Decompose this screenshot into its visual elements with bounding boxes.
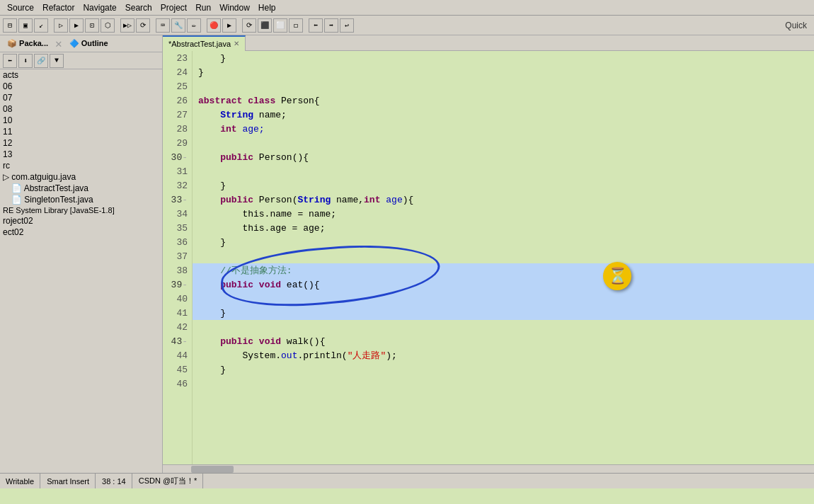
sidebar-link-btn[interactable]: 🔗	[34, 54, 48, 68]
status-info: CSDN @叮当！*	[133, 474, 204, 488]
menu-run[interactable]: Run	[191, 3, 215, 13]
sidebar-item-com-atguigu[interactable]: ▷ com.atguigu.java	[0, 171, 162, 183]
code-line-25	[193, 79, 814, 93]
ln-41: 41	[163, 306, 192, 320]
toolbar-btn-8[interactable]: ▶▷	[120, 18, 134, 33]
sidebar-item-12[interactable]: 12	[0, 137, 162, 149]
ln-23: 23	[163, 51, 192, 65]
ln-46: 46	[163, 377, 192, 391]
code-line-43: public void walk(){	[193, 334, 814, 348]
toolbar-btn-7[interactable]: ⬡	[101, 18, 115, 33]
sidebar-item-10[interactable]: 10	[0, 115, 162, 126]
sidebar-item-project02[interactable]: roject02	[0, 215, 162, 227]
horizontal-scrollbar[interactable]	[163, 464, 814, 473]
toolbar-btn-17[interactable]: ⬅	[309, 18, 323, 33]
code-line-27: String name;	[193, 108, 814, 122]
sidebar-content: acts 06 07 08 10 11 12 13 rc ▷ com.atgui…	[0, 69, 162, 473]
editor-tab-bar: *AbstractTest.java ✕	[163, 35, 814, 51]
sidebar-item-11[interactable]: 11	[0, 126, 162, 137]
code-line-29	[193, 136, 814, 150]
quick-access-label: Quick	[781, 21, 811, 30]
sidebar-item-06[interactable]: 06	[0, 81, 162, 92]
sidebar-collapse-btn[interactable]: ⬅	[3, 54, 17, 68]
editor-tab-abstracttest[interactable]: *AbstractTest.java ✕	[163, 35, 246, 51]
toolbar-btn-run[interactable]: ▶	[222, 18, 236, 33]
editor-panel: *AbstractTest.java ✕ 23 24 25 26 27 28 2…	[163, 35, 814, 473]
ln-32: 32	[163, 178, 192, 193]
ln-35: 35	[163, 221, 192, 235]
code-line-42	[193, 320, 814, 334]
code-line-30: public Person(){	[193, 150, 814, 164]
status-bar: Writable Smart Insert 38 : 14 CSDN @叮当！*	[0, 473, 814, 488]
toolbar-btn-13[interactable]: ⟳	[242, 18, 256, 33]
toolbar-btn-4[interactable]: ▷	[54, 18, 68, 33]
toolbar-btn-10[interactable]: ⌨	[156, 18, 170, 33]
sidebar-item-abstracttest[interactable]: 📄 AbstractTest.java	[0, 183, 162, 194]
sidebar-item-ect02[interactable]: ect02	[0, 227, 162, 238]
toolbar-btn-12[interactable]: ✏	[187, 18, 201, 33]
code-line-46	[193, 377, 814, 391]
menu-help[interactable]: Help	[254, 3, 280, 13]
code-container: 23 24 25 26 27 28 29 30- 31 32 33- 34 35…	[163, 51, 814, 473]
toolbar-btn-3[interactable]: ↙	[34, 18, 48, 33]
sidebar-tab-bar: 📦 Packa... ✕ 🔷 Outline	[0, 35, 162, 52]
code-lines[interactable]: } } abstract class Person{ String name; …	[193, 51, 814, 473]
toolbar-btn-19[interactable]: ↩	[340, 18, 354, 33]
sidebar-item-singletontest[interactable]: 📄 SingletonTest.java	[0, 194, 162, 205]
sidebar-menu-btn[interactable]: ▼	[50, 54, 64, 68]
ln-24: 24	[163, 65, 192, 79]
sidebar-tab-outline[interactable]: 🔷 Outline	[65, 38, 113, 50]
code-line-23: }	[193, 51, 814, 65]
menu-window[interactable]: Window	[215, 3, 254, 13]
ln-44: 44	[163, 348, 192, 362]
sidebar-item-07[interactable]: 07	[0, 92, 162, 103]
main-layout: 📦 Packa... ✕ 🔷 Outline ⬅ ⬇ 🔗 ▼ acts 06 0…	[0, 35, 814, 473]
toolbar-btn-11[interactable]: 🔧	[171, 18, 185, 33]
sidebar-tab-packages[interactable]: 📦 Packa...	[3, 38, 52, 50]
toolbar-btn-5[interactable]: ▶	[69, 18, 84, 33]
sidebar-item-rc[interactable]: rc	[0, 160, 162, 171]
editor-area[interactable]: 23 24 25 26 27 28 29 30- 31 32 33- 34 35…	[163, 51, 814, 473]
sidebar-item-acts[interactable]: acts	[0, 69, 162, 81]
ln-27: 27	[163, 108, 192, 122]
hourglass-icon[interactable]: ⏳	[603, 262, 631, 290]
sidebar: 📦 Packa... ✕ 🔷 Outline ⬅ ⬇ 🔗 ▼ acts 06 0…	[0, 35, 163, 473]
sidebar-toolbar: ⬅ ⬇ 🔗 ▼	[0, 52, 162, 69]
ln-36: 36	[163, 235, 192, 249]
code-line-38: //不是抽象方法:	[193, 263, 814, 277]
sidebar-item-jre[interactable]: RE System Library [JavaSE-1.8]	[0, 205, 162, 215]
status-writable: Writable	[0, 474, 40, 488]
toolbar-btn-6[interactable]: ⊡	[85, 18, 99, 33]
menu-refactor[interactable]: Refactor	[38, 3, 79, 13]
sidebar-item-08[interactable]: 08	[0, 103, 162, 115]
toolbar-btn-2[interactable]: ▣	[18, 18, 33, 33]
menu-project[interactable]: Project	[156, 3, 191, 13]
ln-33: 33-	[163, 193, 192, 207]
toolbar-btn-15[interactable]: ⬜	[273, 18, 287, 33]
ln-26: 26	[163, 93, 192, 108]
sidebar-item-13[interactable]: 13	[0, 149, 162, 160]
toolbar-btn-9[interactable]: ⟳	[136, 18, 150, 33]
menu-navigate[interactable]: Navigate	[79, 3, 120, 13]
menu-search[interactable]: Search	[121, 3, 156, 13]
code-line-45: }	[193, 362, 814, 377]
editor-tab-close[interactable]: ✕	[234, 40, 239, 47]
toolbar-btn-16[interactable]: ◻	[289, 18, 303, 33]
sidebar-expand-btn[interactable]: ⬇	[18, 54, 33, 68]
toolbar: ⊟ ▣ ↙ ▷ ▶ ⊡ ⬡ ▶▷ ⟳ ⌨ 🔧 ✏ 🔴 ▶ ⟳ ⬛ ⬜ ◻ ⬅ ➡…	[0, 16, 814, 35]
toolbar-btn-debug[interactable]: 🔴	[207, 18, 221, 33]
ln-37: 37	[163, 249, 192, 263]
ln-38: 38	[163, 263, 192, 277]
code-line-36: }	[193, 235, 814, 249]
code-line-41: }	[193, 306, 814, 320]
menu-source[interactable]: Source	[3, 3, 38, 13]
toolbar-btn-1[interactable]: ⊟	[3, 18, 17, 33]
ln-31: 31	[163, 164, 192, 178]
menu-bar: Source Refactor Navigate Search Project …	[0, 0, 814, 16]
code-line-35: this.age = age;	[193, 221, 814, 235]
line-numbers: 23 24 25 26 27 28 29 30- 31 32 33- 34 35…	[163, 51, 193, 473]
editor-tab-label: *AbstractTest.java	[168, 40, 231, 48]
toolbar-btn-14[interactable]: ⬛	[258, 18, 272, 33]
ln-28: 28	[163, 122, 192, 136]
toolbar-btn-18[interactable]: ➡	[324, 18, 338, 33]
